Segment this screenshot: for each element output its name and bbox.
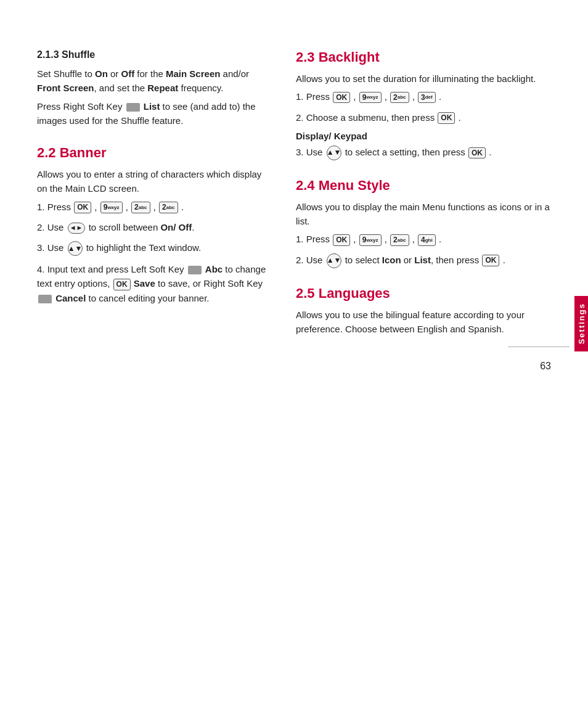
banner-step4: 4. Input text and press Left Soft Key Ab…	[37, 262, 271, 305]
left-soft-key-icon-1	[188, 266, 202, 274]
banner-step2-content: 2. Use ◄► to scroll between On/ Off.	[37, 220, 194, 234]
key-ok-5: OK	[333, 234, 350, 245]
key-3def: 3def	[418, 92, 436, 103]
banner-step1: 1. Press OK , 9wxyz , 2abc , 2abc .	[37, 200, 271, 214]
menustyle-step1-content: 1. Press OK , 9wxyz , 2abc , 4ghi .	[296, 232, 441, 246]
cancel-label: Cancel	[55, 293, 86, 303]
sidebar-label: Settings	[577, 303, 586, 344]
right-column: 2.3 Backlight Allows you to set the dura…	[296, 49, 555, 353]
ud-nav-key-1: ▲▼	[68, 241, 83, 256]
settings-sidebar-tab: Settings	[574, 296, 588, 351]
section-24-title: 2.4 Menu Style	[296, 178, 555, 194]
section-22-body: Allows you to enter a string of characte…	[37, 167, 271, 196]
display-keypad-label: Display/ Keypad	[296, 131, 555, 141]
key-ok-4: OK	[468, 147, 486, 158]
key-9wxyz-1: 9wxyz	[100, 202, 123, 213]
abc-label: Abc	[205, 264, 223, 274]
backlight-step2: 2. Choose a submenu, then press OK .	[296, 110, 555, 125]
save-label: Save	[134, 278, 155, 289]
key-ok-6: OK	[482, 255, 499, 266]
banner-step3-content: 3. Use ▲▼ to highlight the Text window.	[37, 240, 201, 256]
banner-step1-content: 1. Press OK , 9wxyz , 2abc , 2abc .	[37, 200, 184, 214]
backlight-step1: 1. Press OK , 9wxyz , 2abc , 3def .	[296, 89, 555, 104]
backlight-step1-content: 1. Press OK , 9wxyz , 2abc , 3def .	[296, 89, 441, 104]
shuffle-body-text: Set Shuffle to On or Off for the Main Sc…	[37, 68, 249, 93]
lr-nav-key-1: ◄►	[68, 223, 85, 234]
section-23-body: Allows you to set the duration for illum…	[296, 72, 555, 86]
key-2abc-4: 2abc	[390, 234, 409, 245]
key-9wxyz-3: 9wxyz	[359, 234, 382, 245]
ud-nav-key-2: ▲▼	[327, 146, 341, 160]
list-label: List	[144, 101, 160, 112]
menustyle-step1: 1. Press OK , 9wxyz , 2abc , 4ghi .	[296, 232, 555, 246]
left-column: 2.1.3 Shuffle Set Shuffle to On or Off f…	[37, 49, 271, 353]
right-soft-key-icon	[126, 103, 140, 112]
page-divider	[508, 347, 570, 347]
section-22: 2.2 Banner Allows you to enter a string …	[37, 145, 271, 305]
banner-step4-content: 4. Input text and press Left Soft Key Ab…	[37, 262, 271, 305]
menustyle-step2: 2. Use ▲▼ to select Icon or List, then p…	[296, 253, 555, 268]
key-2abc-3: 2abc	[390, 92, 409, 103]
key-ok-1: OK	[74, 202, 91, 213]
key-2abc-2: 2abc	[159, 202, 178, 213]
banner-step3: 3. Use ▲▼ to highlight the Text window.	[37, 240, 271, 256]
press-right-soft-text: Press Right Soft Key	[37, 101, 125, 112]
backlight-step3-content: 3. Use ▲▼ to select a setting, then pres…	[296, 145, 491, 160]
backlight-step3: 3. Use ▲▼ to select a setting, then pres…	[296, 145, 555, 160]
section-22-title: 2.2 Banner	[37, 145, 271, 161]
section-213-body: Set Shuffle to On or Off for the Main Sc…	[37, 67, 271, 96]
section-25: 2.5 Languages Allows you to use the bili…	[296, 285, 555, 337]
key-ok-3: OK	[438, 112, 455, 123]
section-213-press: Press Right Soft Key List to see (and ad…	[37, 99, 271, 128]
section-24-body: Allows you to display the main Menu func…	[296, 200, 555, 229]
menustyle-step2-content: 2. Use ▲▼ to select Icon or List, then p…	[296, 253, 505, 268]
right-soft-key-icon-2	[38, 295, 52, 303]
key-2abc-1: 2abc	[131, 202, 150, 213]
ud-nav-key-3: ▲▼	[327, 253, 341, 268]
section-25-title: 2.5 Languages	[296, 285, 555, 302]
section-24: 2.4 Menu Style Allows you to display the…	[296, 178, 555, 268]
section-23-title: 2.3 Backlight	[296, 49, 555, 65]
section-25-body: Allows you to use the bilingual feature …	[296, 308, 555, 337]
section-213-title: 2.1.3 Shuffle	[37, 49, 271, 60]
key-9wxyz-2: 9wxyz	[359, 92, 382, 103]
backlight-step2-content: 2. Choose a submenu, then press OK .	[296, 110, 461, 125]
section-213: 2.1.3 Shuffle Set Shuffle to On or Off f…	[37, 49, 271, 128]
key-ok-2: OK	[333, 92, 350, 103]
page-number: 63	[540, 361, 551, 372]
banner-step2: 2. Use ◄► to scroll between On/ Off.	[37, 220, 271, 234]
section-23: 2.3 Backlight Allows you to set the dura…	[296, 49, 555, 160]
key-4ghi: 4ghi	[418, 234, 436, 245]
key-ok-save: OK	[113, 279, 131, 290]
